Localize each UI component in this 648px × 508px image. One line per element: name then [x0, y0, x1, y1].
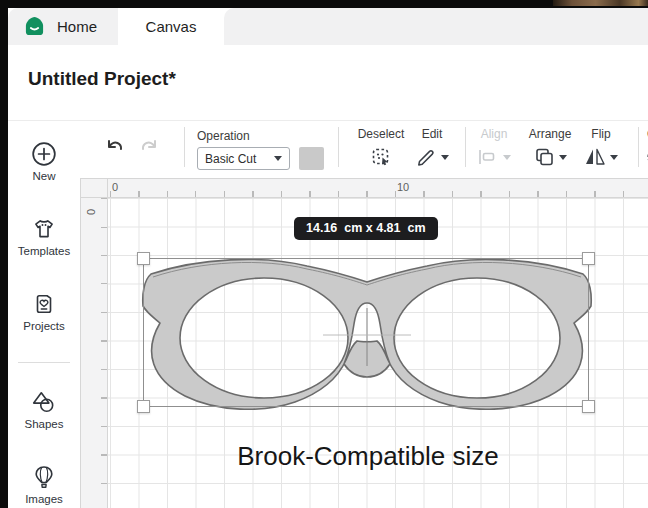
tabbar-spacer — [224, 8, 648, 45]
dimension-tooltip: 14.16 cm x 4.81 cm — [294, 217, 438, 240]
sidebar-item-templates[interactable]: Templates — [8, 216, 80, 257]
projects-card-icon — [31, 291, 57, 317]
chevron-down-icon — [503, 155, 511, 160]
tab-home[interactable]: Home — [8, 8, 118, 45]
deselect-icon — [370, 145, 392, 169]
window-edge-left — [0, 0, 8, 508]
redo-button[interactable] — [135, 133, 163, 161]
color-swatch[interactable] — [299, 147, 324, 170]
tab-canvas[interactable]: Canvas — [118, 8, 224, 45]
sidebar-item-shapes[interactable]: Shapes — [8, 389, 80, 430]
canvas-text-object[interactable]: Brook-Compatible size — [198, 441, 538, 472]
align-button[interactable]: Align — [472, 127, 516, 169]
redo-icon — [137, 135, 161, 159]
edit-pencil-icon — [415, 145, 449, 169]
shapes-icon — [31, 389, 57, 415]
selection-bounding-box — [143, 258, 589, 407]
page-title: Untitled Project* — [28, 68, 176, 90]
chevron-down-icon — [610, 155, 618, 160]
sidebar-item-images[interactable]: Images — [8, 464, 80, 505]
chevron-down-icon — [559, 155, 567, 160]
toolbar-separator — [638, 127, 639, 167]
sidebar-item-projects[interactable]: Projects — [8, 291, 80, 332]
new-plus-icon — [31, 141, 57, 167]
desktop-sliver — [553, 0, 648, 6]
undo-icon — [103, 135, 127, 159]
flip-icon — [584, 145, 618, 169]
window-edge-top — [0, 0, 648, 8]
sidebar-item-new[interactable]: New — [8, 141, 80, 182]
main-toolbar: Operation Basic Cut Deselect Edit A — [8, 120, 648, 178]
selection-handle-top-right[interactable] — [582, 252, 595, 265]
tab-canvas-label: Canvas — [146, 18, 197, 35]
toolbar-separator — [184, 127, 185, 167]
left-sidebar: New Templates Projects Shapes Ima — [8, 121, 80, 508]
flip-button[interactable]: Flip — [580, 127, 622, 169]
tab-home-label: Home — [57, 18, 97, 35]
toolbar-separator — [465, 127, 466, 167]
workspace: 0 10 0 14.16 cm x 4.81 cm Brook-Compatib… — [80, 178, 648, 508]
ruler-corner — [80, 178, 108, 198]
templates-shirt-icon — [31, 216, 57, 242]
sidebar-divider — [18, 362, 70, 363]
ruler-label-0: 0 — [112, 181, 118, 193]
align-icon — [477, 145, 511, 169]
images-balloon-icon — [31, 464, 57, 490]
cricut-logo-icon — [24, 16, 45, 37]
ruler-label-0: 0 — [85, 209, 97, 215]
selection-handle-bottom-left[interactable] — [137, 400, 150, 413]
design-canvas[interactable]: 14.16 cm x 4.81 cm Brook-Compatible size — [108, 198, 648, 508]
toolbar-separator — [338, 127, 339, 167]
vertical-ruler: 0 — [80, 198, 108, 508]
ruler-ticks — [108, 191, 648, 197]
undo-button[interactable] — [101, 133, 129, 161]
selection-handle-top-left[interactable] — [137, 252, 150, 265]
ruler-ticks — [101, 198, 107, 508]
chevron-down-icon — [274, 156, 282, 161]
arrange-layers-icon — [533, 145, 567, 169]
operation-label: Operation — [197, 129, 250, 143]
selection-handle-bottom-right[interactable] — [582, 400, 595, 413]
edit-button[interactable]: Edit — [412, 127, 452, 169]
arrange-button[interactable]: Arrange — [522, 127, 578, 169]
chevron-down-icon — [441, 155, 449, 160]
operation-value: Basic Cut — [205, 152, 270, 166]
deselect-button[interactable]: Deselect — [354, 127, 408, 169]
horizontal-ruler: 0 10 — [108, 178, 648, 198]
operation-dropdown[interactable]: Basic Cut — [197, 147, 290, 170]
ruler-label-10: 10 — [397, 181, 409, 193]
